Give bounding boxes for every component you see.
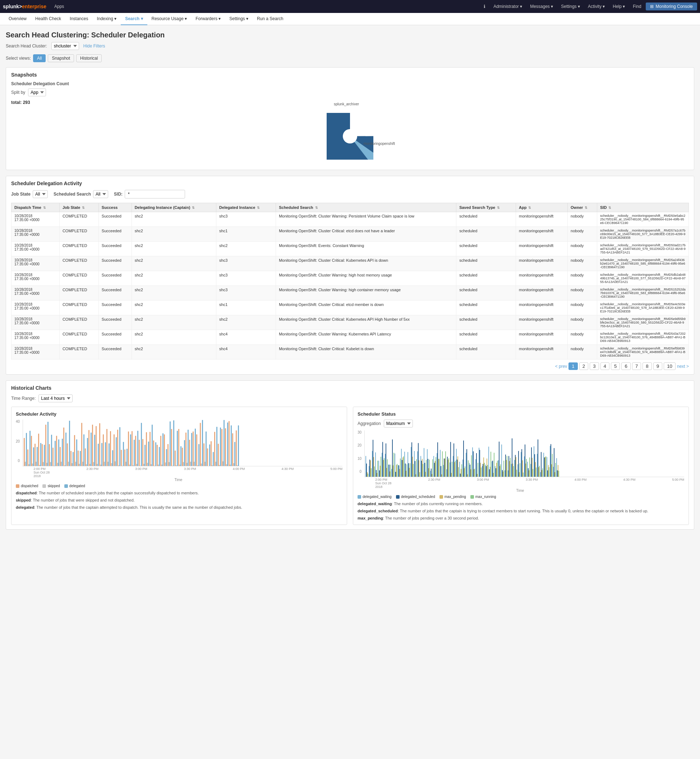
monitoring-console-button[interactable]: ⊞ Monitoring Console	[646, 3, 697, 11]
sid-input[interactable]	[125, 190, 185, 199]
bar	[529, 457, 530, 477]
nav-help[interactable]: Help ▾	[609, 0, 628, 13]
bar-group	[45, 419, 48, 466]
delegated-label: delegated	[69, 484, 85, 488]
bar	[131, 431, 133, 466]
bar	[186, 432, 186, 466]
bar	[121, 450, 122, 466]
nav-find[interactable]: Find	[629, 0, 645, 13]
bar-group	[398, 430, 401, 477]
cell-delegating: shc2	[131, 330, 216, 345]
nav-search[interactable]: Search ▾	[121, 13, 147, 25]
bar	[542, 468, 543, 477]
bar	[468, 460, 469, 477]
bar-group	[63, 419, 67, 466]
col-dispatch-time[interactable]: Dispatch Time ⇅	[11, 203, 59, 212]
col-owner[interactable]: Owner ⇅	[568, 203, 597, 212]
bar-group	[505, 430, 508, 477]
scheduled-search-select[interactable]: All	[93, 190, 108, 198]
bar-group	[74, 419, 77, 466]
page-3-button[interactable]: 3	[590, 362, 598, 370]
cell-dispatch-time: 10/28/2018 17:35:00 +0000	[11, 286, 59, 300]
cell-success: Succeeded	[98, 300, 131, 315]
col-job-state[interactable]: Job State ⇅	[59, 203, 98, 212]
activity-x-labels: 2:00 PMSun Oct 282018 2:30 PM 3:00 PM 3:…	[23, 467, 342, 478]
nav-apps[interactable]: Apps	[51, 0, 67, 13]
cell-success: Succeeded	[98, 257, 131, 271]
col-saved-search-type[interactable]: Saved Search Type ⇅	[456, 203, 516, 212]
legend-delegated-scheduled: delegated_scheduled	[396, 495, 435, 499]
nav-overview[interactable]: Overview	[4, 13, 31, 25]
cell-owner: nobody	[568, 212, 597, 227]
bar	[461, 464, 462, 477]
page-8-button[interactable]: 8	[642, 362, 652, 370]
prev-page[interactable]: < prev	[555, 364, 567, 369]
bar	[98, 444, 99, 466]
scheduler-activity-title: Scheduler Activity	[16, 411, 342, 417]
bar	[426, 460, 427, 477]
page-7-button[interactable]: 7	[632, 362, 641, 370]
bar	[160, 436, 161, 466]
page-2-button[interactable]: 2	[579, 362, 588, 370]
bar-group	[430, 430, 433, 477]
nav-activity[interactable]: Activity ▾	[584, 0, 608, 13]
bar-group	[485, 430, 488, 477]
page-9-button[interactable]: 9	[653, 362, 662, 370]
bar	[202, 420, 203, 466]
page-4-button[interactable]: 4	[600, 362, 609, 370]
max-pending-desc: max_pending: The number of jobs pending …	[358, 516, 684, 520]
hide-filters-link[interactable]: Hide Filters	[83, 44, 105, 49]
nav-instances[interactable]: Instances	[66, 13, 92, 25]
bar	[526, 459, 527, 477]
view-snapshot-button[interactable]: Snapshot	[48, 54, 74, 62]
aggregation-select[interactable]: Maximum	[384, 419, 413, 427]
scheduler-status-panel: Scheduler Status Aggregation Maximum 30 …	[353, 407, 689, 525]
bar	[491, 452, 491, 477]
cell-delegated: shc4	[216, 330, 276, 345]
bar-group	[207, 419, 210, 466]
nav-messages[interactable]: Messages ▾	[527, 0, 556, 13]
bar-group	[437, 430, 439, 477]
nav-settings[interactable]: Settings ▾	[225, 13, 253, 25]
nav-indexing[interactable]: Indexing ▾	[92, 13, 121, 25]
cell-owner: nobody	[568, 345, 597, 360]
nav-resource-usage[interactable]: Resource Usage ▾	[147, 13, 192, 25]
main-content: Search Head Clustering: Scheduler Delega…	[0, 25, 700, 541]
page-5-button[interactable]: 5	[611, 362, 620, 370]
page-6-button[interactable]: 6	[621, 362, 630, 370]
bar	[452, 462, 452, 477]
bar	[429, 460, 430, 477]
col-sid[interactable]: SID ⇅	[597, 203, 689, 212]
nav-settings[interactable]: Settings ▾	[557, 0, 584, 13]
col-app[interactable]: App ⇅	[516, 203, 568, 212]
nav-run-search[interactable]: Run a Search	[253, 13, 288, 25]
nav-forwarders[interactable]: Forwarders ▾	[191, 13, 225, 25]
nav-info[interactable]: ℹ	[480, 0, 489, 13]
nav-health-check[interactable]: Health Check	[31, 13, 66, 25]
historical-panel: Historical Charts Time Range: Last 4 hou…	[6, 380, 694, 530]
delegated-waiting-desc: delegated_waiting: The number of jobs cu…	[358, 502, 684, 506]
bar	[175, 451, 176, 466]
split-by-select[interactable]: App	[28, 88, 46, 96]
bar	[367, 474, 368, 477]
view-all-button[interactable]: All	[33, 54, 45, 62]
bar-group	[164, 419, 167, 466]
nav-administrator[interactable]: Administrator ▾	[490, 0, 526, 13]
col-scheduled-search[interactable]: Scheduled Search ⇅	[276, 203, 456, 212]
job-state-select[interactable]: All	[33, 190, 48, 198]
page-1-button[interactable]: 1	[569, 362, 578, 370]
col-success[interactable]: Success	[98, 203, 131, 212]
bar	[40, 443, 41, 466]
pagination: < prev 1 2 3 4 5 6 7 8 9 10 next >	[11, 362, 689, 370]
col-delegated[interactable]: Delegated Instance ⇅	[216, 203, 276, 212]
next-page[interactable]: next >	[677, 364, 689, 369]
bar	[448, 458, 449, 477]
time-range-select[interactable]: Last 4 hours	[39, 394, 73, 402]
col-delegating[interactable]: Delegating Instance (Captain) ⇅	[131, 203, 216, 212]
bar	[478, 463, 478, 477]
bar-group	[530, 430, 533, 477]
cluster-select[interactable]: shcluster	[52, 42, 79, 50]
view-historical-button[interactable]: Historical	[76, 54, 102, 62]
job-state-label: Job State	[11, 192, 31, 197]
page-10-button[interactable]: 10	[664, 362, 675, 370]
